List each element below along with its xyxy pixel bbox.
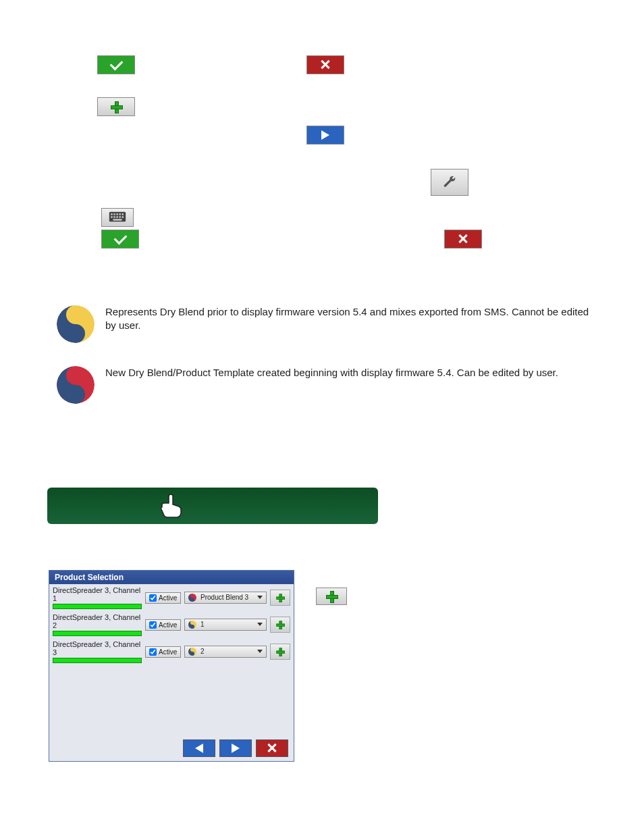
product-name: 2: [200, 648, 205, 655]
green-banner[interactable]: [47, 488, 378, 524]
close-icon: [320, 59, 331, 70]
chevron-down-icon: [257, 623, 263, 626]
product-name: Product Blend 3: [200, 594, 248, 601]
product-select[interactable]: Product Blend 3: [184, 592, 267, 604]
svg-rect-9: [119, 216, 120, 217]
plus-icon: [276, 648, 284, 655]
row-add-button[interactable]: [270, 590, 290, 606]
plus-icon: [276, 594, 284, 601]
prev-icon: [195, 744, 203, 753]
accept-button-2[interactable]: [101, 230, 139, 249]
prev-button[interactable]: [183, 739, 215, 757]
wrench-button[interactable]: [431, 169, 468, 196]
window-title: Product Selection: [49, 571, 294, 584]
svg-rect-3: [116, 213, 117, 215]
product-select[interactable]: 2: [184, 646, 267, 658]
channel-label: DirectSpreader 3, Channel 2: [53, 613, 140, 629]
keyboard-icon: [109, 211, 126, 225]
channel-row: DirectSpreader 3, Channel 3 Active 2: [49, 638, 294, 665]
close-button[interactable]: [256, 739, 288, 757]
channel-row: DirectSpreader 3, Channel 1 Active Produ…: [49, 584, 294, 611]
next-button[interactable]: [219, 739, 252, 757]
accept-button[interactable]: [97, 55, 135, 74]
active-checkbox-input[interactable]: [149, 594, 157, 602]
product-name: 1: [200, 621, 205, 628]
blend-legacy-desc: Represents Dry Blend prior to display fi…: [105, 305, 591, 333]
plus-icon: [326, 591, 337, 602]
channel-label: DirectSpreader 3, Channel 1: [53, 586, 140, 602]
svg-rect-7: [113, 216, 115, 217]
check-icon: [111, 63, 122, 68]
window-footer: [183, 739, 288, 757]
chevron-down-icon: [257, 650, 263, 653]
product-select[interactable]: 1: [184, 619, 267, 631]
blend-mini-icon: [188, 594, 198, 601]
wrench-icon: [443, 175, 456, 190]
blend-mini-icon: [188, 621, 198, 628]
blend-new-desc: New Dry Blend/Product Template created b…: [105, 366, 591, 380]
active-checkbox[interactable]: Active: [145, 646, 181, 658]
play-icon: [232, 744, 240, 753]
blend-new-icon: [57, 366, 95, 404]
keyboard-button[interactable]: [101, 208, 134, 227]
active-checkbox-input[interactable]: [149, 621, 157, 629]
row-add-button[interactable]: [270, 617, 290, 633]
active-label: Active: [159, 648, 177, 656]
check-icon: [115, 237, 126, 242]
svg-rect-6: [111, 216, 112, 217]
chevron-down-icon: [257, 596, 263, 599]
cancel-button-2[interactable]: [444, 230, 482, 249]
row-add-button[interactable]: [270, 644, 290, 660]
blend-mini-icon: [188, 648, 198, 655]
channel-row: DirectSpreader 3, Channel 2 Active 1: [49, 611, 294, 638]
plus-icon: [276, 621, 284, 628]
svg-rect-8: [116, 216, 117, 217]
pointing-hand-icon: [155, 490, 185, 520]
channel-bar: [53, 631, 142, 636]
blend-legacy-icon: [57, 305, 95, 343]
svg-rect-2: [113, 213, 115, 215]
play-icon: [321, 130, 329, 140]
channel-bar: [53, 658, 142, 663]
product-selection-window: Product Selection DirectSpreader 3, Chan…: [49, 570, 294, 762]
active-label: Active: [159, 621, 177, 629]
svg-rect-1: [111, 213, 112, 215]
svg-rect-4: [119, 213, 120, 215]
active-checkbox[interactable]: Active: [145, 619, 181, 631]
active-checkbox-input[interactable]: [149, 648, 157, 656]
channel-bar: [53, 604, 142, 609]
active-checkbox[interactable]: Active: [145, 592, 181, 604]
svg-rect-10: [122, 216, 124, 217]
close-icon: [458, 234, 468, 244]
svg-rect-5: [122, 213, 124, 215]
next-button[interactable]: [306, 126, 344, 145]
plus-icon: [111, 101, 122, 112]
add-product-button[interactable]: [316, 588, 347, 605]
active-label: Active: [159, 594, 177, 602]
cancel-button[interactable]: [306, 55, 344, 74]
svg-rect-11: [113, 219, 122, 220]
close-icon: [267, 743, 277, 754]
channel-label: DirectSpreader 3, Channel 3: [53, 640, 140, 656]
add-button[interactable]: [97, 97, 135, 116]
